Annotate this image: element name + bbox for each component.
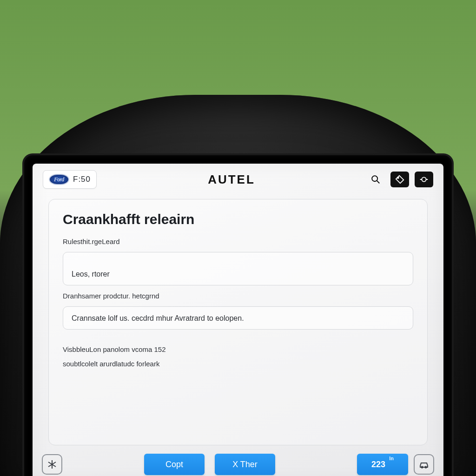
ford-logo-text: Ford: [54, 176, 64, 183]
content-area: Craankhafft releairn Rulesthit.rgeLeard …: [33, 195, 443, 447]
panel-title: Craankhafft releairn: [63, 212, 413, 227]
search-button[interactable]: [366, 172, 385, 187]
car-icon: [418, 459, 430, 470]
value-badge[interactable]: 223 ln: [357, 454, 408, 475]
wrench-icon: [419, 174, 429, 185]
panel-subhint: Dranhsamer prodctur. hetcgrnd: [63, 292, 413, 300]
panel-hint-1: Rulesthit.rgeLeard: [63, 238, 413, 245]
copy-button-label: Copt: [165, 460, 183, 469]
header-bar: Ford F:50 AUTEL: [33, 164, 443, 195]
value-badge-number: 223: [371, 460, 385, 469]
app-screen: Ford F:50 AUTEL: [33, 164, 443, 476]
svg-line-1: [377, 181, 380, 184]
relearn-panel: Craankhafft releairn Rulesthit.rgeLeard …: [48, 199, 428, 445]
list-item-label: Crannsate lolf us. cecdrd mhur Avratrard…: [72, 314, 244, 323]
header-actions: [366, 172, 433, 187]
footer-left-button[interactable]: [42, 454, 62, 475]
list-item[interactable]: Crannsate lolf us. cecdrd mhur Avratrard…: [63, 306, 413, 330]
xther-button-label: X Ther: [232, 460, 258, 469]
list-item-label: Leos, rtorer: [72, 270, 110, 278]
xther-button[interactable]: X Ther: [215, 454, 275, 475]
copy-button[interactable]: Copt: [144, 454, 205, 475]
svg-point-0: [372, 176, 377, 181]
vehicle-model-label: F:50: [73, 175, 91, 184]
search-icon: [370, 174, 381, 185]
tools-button[interactable]: [415, 172, 433, 187]
brand-title: AUTEL: [103, 172, 360, 187]
tag-button[interactable]: [390, 172, 409, 187]
tag-icon: [395, 174, 405, 185]
info-line-2: soubtlcolelt arurdlatudc forleark: [63, 360, 413, 368]
info-line-1: VisbbleuLon panolom vcoma 152: [63, 345, 413, 353]
vehicle-chip[interactable]: Ford F:50: [43, 170, 97, 189]
list-item[interactable]: Leos, rtorer: [63, 252, 413, 285]
footer-right-button[interactable]: [414, 454, 434, 475]
tablet-device: Ford F:50 AUTEL: [24, 155, 452, 476]
svg-point-2: [397, 177, 399, 178]
value-badge-unit: ln: [389, 456, 394, 461]
dashboard-bezel: Ford F:50 AUTEL: [0, 95, 476, 476]
footer-bar: Copt X Ther 223 ln: [33, 447, 443, 476]
svg-point-3: [422, 177, 426, 181]
asterisk-icon: [46, 459, 58, 470]
ford-logo-icon: Ford: [49, 174, 69, 185]
